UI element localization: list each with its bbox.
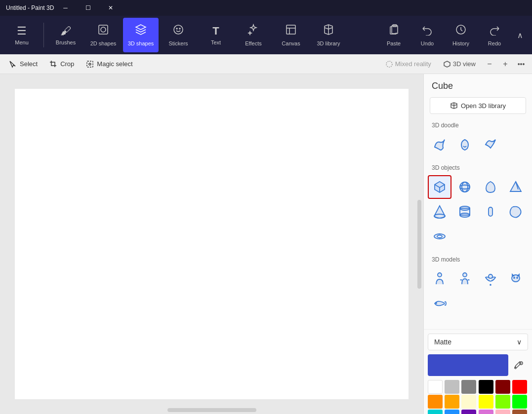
object-sphere[interactable] [453, 175, 477, 199]
color-swatch-gray[interactable] [461, 380, 476, 394]
doodle-shape-1[interactable] [453, 133, 477, 156]
magic-select-icon [86, 60, 94, 68]
color-swatch-red[interactable] [512, 380, 527, 394]
color-swatch-darkred[interactable] [495, 380, 510, 394]
section-3d-models-label: 3D models [424, 252, 532, 266]
3d-models-grid [424, 266, 532, 319]
color-swatch-purple[interactable] [461, 410, 476, 414]
library-icon [450, 102, 458, 110]
toolbar-separator [43, 23, 44, 47]
secondary-toolbar: Select Crop Magic select Mixed reality 3… [0, 54, 532, 74]
svg-point-35 [436, 302, 437, 303]
section-3d-objects-label: 3D objects [424, 160, 532, 174]
material-section: Matte ∨ [424, 329, 532, 414]
minimize-button[interactable]: ─ [54, 0, 77, 16]
title-text: Untitled - Paint 3D [6, 4, 54, 11]
toolbar-item-stickers[interactable]: Stickers [161, 18, 196, 52]
color-swatch-green[interactable] [512, 395, 527, 409]
canvas-white[interactable] [15, 89, 409, 399]
toolbar-item-brushes[interactable]: 🖌 Brushes [48, 18, 83, 52]
object-torus[interactable] [428, 225, 451, 248]
color-swatch-black[interactable] [479, 380, 493, 394]
color-swatch-blue[interactable] [445, 410, 459, 414]
magic-select-button[interactable]: Magic select [81, 58, 137, 70]
more-options-button[interactable]: ••• [514, 57, 528, 71]
select-button[interactable]: Select [4, 58, 42, 70]
redo-label: Redo [488, 40, 501, 46]
model-cat[interactable] [504, 267, 528, 291]
toolbar-item-redo[interactable]: Redo [479, 18, 510, 52]
current-color-bar[interactable] [428, 354, 508, 376]
2dshapes-label: 2D shapes [90, 40, 117, 46]
object-pyramid[interactable] [504, 175, 528, 199]
toolbar-item-paste[interactable]: Paste [378, 18, 409, 52]
toolbar-item-effects[interactable]: Effects [236, 18, 271, 52]
color-swatch-brown[interactable] [512, 410, 527, 414]
color-swatch-orange[interactable] [428, 395, 443, 409]
color-swatch-lightorange[interactable] [445, 395, 459, 409]
color-swatch-yellow[interactable] [479, 395, 493, 409]
material-dropdown[interactable]: Matte ∨ [428, 334, 528, 350]
vertical-scrollbar[interactable] [417, 200, 421, 289]
undo-icon [421, 24, 433, 38]
canvas-icon [285, 24, 297, 38]
object-egg[interactable] [479, 175, 502, 199]
svg-point-33 [514, 277, 515, 278]
zoom-in-button[interactable]: + [498, 57, 512, 71]
model-person1[interactable] [428, 267, 451, 291]
object-cone[interactable] [428, 200, 451, 224]
horizontal-scrollbar[interactable] [167, 408, 256, 412]
redo-icon [489, 24, 500, 38]
color-swatch-cream[interactable] [461, 395, 476, 409]
3dlibrary-icon [323, 24, 334, 38]
crop-button[interactable]: Crop [44, 58, 79, 70]
toolbar-item-menu[interactable]: ☰ Menu [4, 18, 40, 52]
svg-rect-0 [99, 25, 108, 34]
3d-objects-grid [424, 174, 532, 252]
close-button[interactable]: ✕ [99, 0, 122, 16]
menu-label: Menu [15, 39, 29, 45]
svg-point-15 [460, 182, 470, 192]
color-swatch-teal[interactable] [428, 410, 443, 414]
right-panel: Cube Open 3D library 3D doodle [423, 74, 532, 414]
mixed-reality-label: Mixed reality [395, 60, 431, 68]
doodle-shape-0[interactable] [428, 133, 451, 156]
object-capsule[interactable] [479, 200, 502, 224]
zoom-out-button[interactable]: − [483, 57, 496, 71]
material-label: Matte [434, 338, 451, 346]
object-cylinder[interactable] [453, 200, 477, 224]
model-bird[interactable] [479, 267, 502, 291]
history-icon [455, 24, 467, 38]
svg-point-32 [512, 275, 520, 282]
main-content: Cube Open 3D library 3D doodle [0, 74, 532, 414]
maximize-button[interactable]: ☐ [77, 0, 99, 16]
svg-point-12 [89, 63, 91, 65]
color-swatch-chartreuse[interactable] [495, 395, 510, 409]
color-swatch-pink[interactable] [495, 410, 510, 414]
color-swatch-lightgray[interactable] [445, 380, 459, 394]
toolbar-item-undo[interactable]: Undo [411, 18, 443, 52]
doodle-shape-2[interactable] [479, 133, 502, 156]
toolbar-item-2dshapes[interactable]: 2D shapes [85, 18, 121, 52]
toolbar-item-history[interactable]: History [445, 18, 477, 52]
model-person2[interactable] [453, 267, 477, 291]
object-blob[interactable] [504, 200, 528, 224]
object-cube[interactable] [428, 175, 451, 199]
eyedropper-button[interactable] [510, 356, 528, 374]
color-swatch-white[interactable] [428, 380, 443, 394]
color-swatch-orchid[interactable] [479, 410, 493, 414]
toolbar-item-3dlibrary[interactable]: 3D library [311, 18, 346, 52]
svg-point-30 [463, 273, 467, 277]
toolbar-item-canvas[interactable]: Canvas [273, 18, 309, 52]
chevron-up-button[interactable]: ∧ [512, 18, 528, 52]
crop-label: Crop [60, 60, 74, 68]
canvas-area[interactable] [0, 74, 423, 414]
toolbar-item-3dshapes[interactable]: 3D shapes [123, 18, 159, 52]
open-library-button[interactable]: Open 3D library [430, 97, 526, 114]
mixed-reality-button[interactable]: Mixed reality [380, 58, 436, 70]
canvas-label: Canvas [282, 40, 300, 46]
view-3d-button[interactable]: 3D view [438, 58, 481, 70]
view-3d-icon [443, 60, 451, 68]
model-fish[interactable] [428, 292, 451, 315]
toolbar-item-text[interactable]: T Text [198, 18, 234, 52]
